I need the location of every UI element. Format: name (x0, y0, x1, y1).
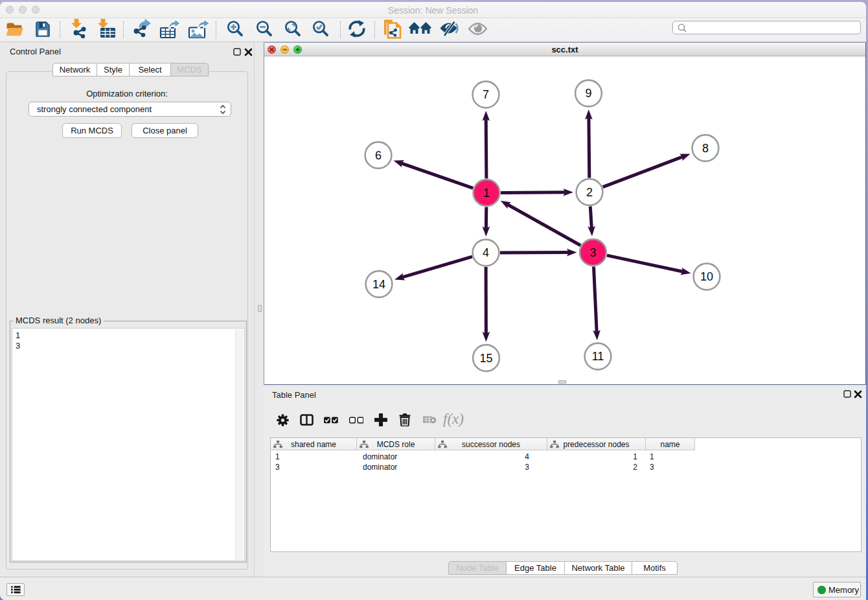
svg-text:4: 4 (483, 246, 489, 259)
svg-text:15: 15 (479, 352, 492, 365)
svg-text:8: 8 (702, 142, 709, 155)
svg-text:11: 11 (592, 350, 604, 363)
svg-text:9: 9 (585, 87, 591, 100)
svg-text:7: 7 (483, 88, 489, 101)
svg-text:2: 2 (586, 186, 593, 199)
svg-text:14: 14 (372, 278, 385, 291)
svg-text:6: 6 (375, 149, 382, 162)
svg-text:1: 1 (483, 187, 490, 200)
svg-text:3: 3 (589, 246, 596, 259)
svg-text:10: 10 (700, 270, 713, 283)
